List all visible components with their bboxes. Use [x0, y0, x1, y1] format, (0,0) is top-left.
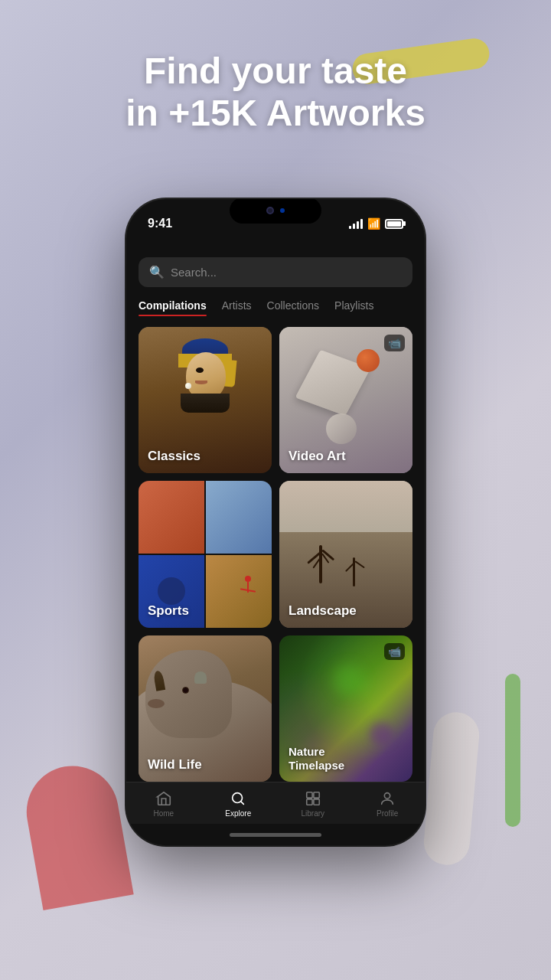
grid-label-landscape: Landscape	[289, 603, 357, 619]
artwork-grid: Classics 📹 Video Art	[139, 327, 412, 782]
bg-decoration-green	[505, 674, 520, 827]
grid-item-landscape[interactable]: Landscape	[279, 481, 412, 627]
bottom-navigation: Home Explore Library	[126, 782, 425, 824]
category-tabs: Compilations Artists Collections Playlis…	[139, 299, 412, 316]
tab-compilations[interactable]: Compilations	[139, 299, 207, 316]
battery-icon	[385, 219, 403, 229]
svg-rect-4	[314, 799, 319, 805]
nav-label-library: Library	[301, 809, 324, 818]
grid-item-sports[interactable]: Sports	[139, 481, 272, 627]
phone-screen: 9:41 📶 🔍 Search...	[126, 199, 425, 845]
search-icon: 🔍	[149, 265, 165, 279]
svg-rect-1	[307, 792, 312, 798]
grid-item-wildlife[interactable]: Wild Life	[139, 635, 272, 782]
grid-label-video-art: Video Art	[289, 449, 346, 464]
grid-label-wildlife: Wild Life	[148, 757, 202, 773]
grid-label-nature-timelapse: Nature Timelapse	[289, 745, 344, 773]
svg-rect-2	[314, 792, 319, 798]
library-icon	[305, 790, 321, 807]
sensor-dot	[280, 208, 285, 213]
hero-heading: Find your taste in +15K Artworks	[0, 50, 551, 134]
nav-item-library[interactable]: Library	[276, 790, 350, 818]
app-content: 🔍 Search... Compilations Artists Collect…	[126, 257, 425, 782]
dynamic-island	[230, 199, 321, 224]
tab-playlists[interactable]: Playlists	[334, 299, 373, 316]
signal-icon	[349, 218, 363, 229]
svg-point-5	[385, 793, 390, 799]
nav-item-profile[interactable]: Profile	[350, 790, 425, 818]
home-icon	[155, 790, 172, 807]
search-bar[interactable]: 🔍 Search...	[139, 257, 412, 287]
grid-label-classics: Classics	[148, 449, 201, 464]
nav-label-explore: Explore	[225, 809, 251, 818]
camera-dot	[266, 207, 274, 214]
nav-label-profile: Profile	[377, 809, 398, 818]
grid-label-sports: Sports	[148, 603, 189, 619]
nav-item-home[interactable]: Home	[126, 790, 201, 818]
grid-item-classics[interactable]: Classics	[139, 327, 272, 473]
nav-item-explore[interactable]: Explore	[201, 790, 276, 818]
video-badge-videoart: 📹	[384, 335, 405, 351]
tab-collections[interactable]: Collections	[267, 299, 319, 316]
home-indicator	[126, 824, 425, 845]
tab-artists[interactable]: Artists	[222, 299, 252, 316]
video-badge-nature: 📹	[384, 643, 405, 660]
status-icons: 📶	[349, 217, 403, 230]
home-indicator-bar	[230, 833, 321, 837]
search-input[interactable]: Search...	[171, 266, 217, 279]
explore-icon	[230, 790, 246, 807]
nav-label-home: Home	[153, 809, 174, 818]
wifi-icon: 📶	[367, 217, 380, 230]
status-time: 9:41	[148, 217, 172, 230]
phone-frame: 9:41 📶 🔍 Search...	[126, 199, 425, 845]
svg-rect-3	[307, 799, 312, 805]
grid-item-video-art[interactable]: 📹 Video Art	[279, 327, 412, 473]
profile-icon	[379, 790, 396, 807]
grid-item-nature-timelapse[interactable]: 📹 Nature Timelapse	[279, 635, 412, 782]
